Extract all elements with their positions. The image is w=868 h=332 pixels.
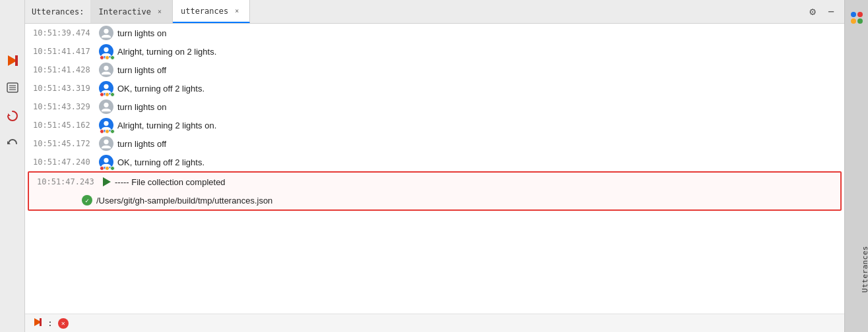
log-time: 10:51:39.474: [33, 28, 99, 38]
avatar-user: [99, 26, 113, 40]
left-sidebar: [0, 0, 25, 332]
log-time: 10:51:45.172: [33, 139, 99, 148]
svg-marker-6: [8, 113, 11, 116]
log-text: turn lights off: [117, 65, 166, 75]
log-text: Alright, turning on 2 lights.: [117, 47, 216, 57]
avatar-assistant: [99, 81, 113, 96]
orange-play-icon: [33, 318, 42, 329]
dot-yellow: [105, 166, 109, 171]
play-stop-icon[interactable]: [5, 53, 20, 69]
refresh-icon[interactable]: [5, 108, 20, 124]
dot-green: [110, 129, 115, 134]
log-text: turn lights on: [117, 102, 166, 112]
dot-green: [110, 92, 115, 97]
tab-interactive-label: Interactive: [98, 7, 150, 16]
avatar-user: [99, 99, 113, 114]
bottom-row: : ✕: [25, 314, 844, 332]
utterances-sidebar-label[interactable]: Utterances: [861, 246, 868, 292]
svg-rect-17: [40, 318, 42, 326]
log-time: 10:51:41.417: [33, 47, 99, 56]
svg-point-14: [104, 140, 108, 144]
dot-green: [110, 55, 115, 60]
settings-icon[interactable]: ⚙: [806, 5, 819, 18]
avatar-user: [99, 63, 113, 77]
avatar-assistant: [99, 155, 113, 169]
log-text: OK, turning off 2 lights.: [117, 84, 204, 94]
tab-interactive-close[interactable]: ×: [155, 7, 164, 16]
log-time: 10:51:47.243: [37, 177, 103, 186]
dots-icon[interactable]: [851, 12, 863, 24]
play-icon: [103, 177, 111, 186]
svg-point-15: [104, 158, 108, 163]
log-area: 10:51:39.474 turn lights on 10:51:41.417: [25, 24, 844, 314]
log-row-filepath: ✓ /Users/git/gh-sample/build/tmp/utteran…: [29, 191, 840, 209]
log-row: 10:51:45.162 Alright, turning 2 lights o…: [25, 116, 844, 134]
svg-point-11: [104, 84, 108, 89]
log-text: Alright, turning 2 lights on.: [117, 121, 216, 130]
dot-red: [100, 55, 104, 60]
dot-yellow: [105, 92, 109, 97]
avatar-assistant: [99, 44, 113, 59]
log-text: turn lights on: [117, 28, 166, 38]
log-text: ----- File collection completed: [115, 177, 226, 187]
avatar-dots: [100, 166, 115, 171]
svg-point-8: [104, 29, 108, 34]
avatar-user: [99, 136, 113, 151]
log-time: 10:51:43.319: [33, 84, 99, 93]
log-row: 10:51:41.428 turn lights off: [25, 61, 844, 79]
highlighted-section: 10:51:47.243 ----- File collection compl…: [28, 171, 842, 211]
avatar-dots: [100, 55, 115, 60]
log-row: 10:51:39.474 turn lights on: [25, 24, 844, 42]
svg-point-9: [104, 47, 108, 52]
log-text-filepath: /Users/git/gh-sample/build/tmp/utterance…: [96, 196, 272, 206]
log-row: 10:51:43.319 OK, turning off 2 lights.: [25, 79, 844, 97]
log-row: 10:51:41.417 Alright, turning on 2 light…: [25, 42, 844, 61]
dot-red: [100, 92, 104, 97]
log-row: 10:51:43.329 turn lights on: [25, 97, 844, 116]
dot-yellow: [105, 129, 109, 134]
log-time: 10:51:47.240: [33, 157, 99, 167]
log-text: OK, turning off 2 lights.: [117, 157, 204, 167]
right-sidebar: Utterances: [844, 0, 868, 332]
log-text: turn lights off: [117, 139, 166, 149]
svg-point-12: [104, 103, 108, 107]
log-row: 10:51:47.240 OK, turning off 2 lights.: [25, 153, 844, 171]
log-time: 10:51:45.162: [33, 121, 99, 130]
tab-utterances[interactable]: utterances ×: [173, 0, 250, 23]
error-badge: ✕: [58, 318, 69, 329]
colon-separator: :: [47, 318, 53, 328]
error-icon: ✕: [58, 318, 69, 329]
dot-green: [110, 166, 115, 171]
minimize-icon[interactable]: −: [824, 5, 838, 18]
list-icon[interactable]: [5, 80, 20, 96]
tab-bar-actions: ⚙ −: [806, 5, 844, 18]
avatar-dots: [100, 129, 115, 134]
dot-red: [100, 129, 104, 134]
log-row-highlighted: 10:51:47.243 ----- File collection compl…: [29, 173, 840, 191]
check-icon: ✓: [82, 195, 92, 206]
avatar-assistant: [99, 118, 113, 132]
tab-utterances-label: utterances: [181, 7, 228, 16]
undo-icon[interactable]: [5, 136, 20, 152]
log-row: 10:51:45.172 turn lights off: [25, 134, 844, 153]
avatar-dots: [100, 92, 115, 97]
dot-yellow: [105, 55, 109, 60]
svg-point-13: [104, 121, 108, 126]
utterances-label: Utterances:: [25, 0, 90, 23]
tab-interactive[interactable]: Interactive ×: [90, 0, 172, 23]
right-sidebar-icons: [851, 0, 863, 24]
dot-red: [100, 166, 104, 171]
log-time: 10:51:43.329: [33, 102, 99, 111]
svg-rect-1: [15, 55, 18, 66]
tab-bar: Utterances: Interactive × utterances × ⚙…: [25, 0, 844, 24]
log-time: 10:51:41.428: [33, 65, 99, 74]
tab-utterances-close[interactable]: ×: [232, 7, 241, 16]
main-content: Utterances: Interactive × utterances × ⚙…: [25, 0, 844, 332]
svg-point-10: [104, 66, 108, 70]
